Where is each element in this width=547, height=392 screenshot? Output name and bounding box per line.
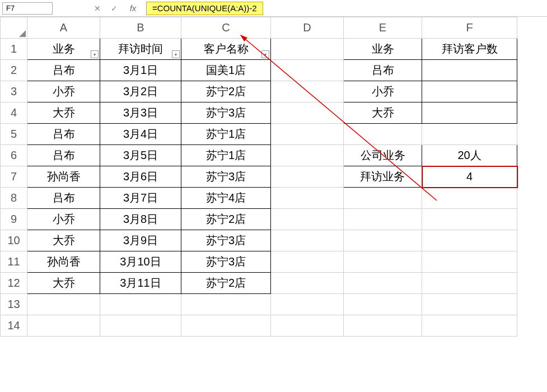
cancel-icon[interactable]: ✕ (92, 3, 103, 14)
cell-d8[interactable] (271, 188, 344, 209)
row-header-1[interactable]: 1 (1, 39, 27, 60)
cell-e6[interactable]: 公司业务 (344, 145, 422, 166)
cell-f2[interactable] (422, 60, 517, 81)
cell-b2[interactable]: 3月1日 (100, 60, 181, 81)
cell-d3[interactable] (271, 81, 344, 102)
cell-a8[interactable]: 吕布 (27, 188, 100, 209)
cell-d2[interactable] (271, 60, 344, 81)
cell-d10[interactable] (271, 230, 344, 251)
cell-b14[interactable] (100, 315, 181, 337)
filter-icon[interactable]: ▾ (91, 50, 99, 58)
cell-a6[interactable]: 吕布 (27, 145, 100, 166)
col-header-d[interactable]: D (271, 17, 344, 39)
col-header-b[interactable]: B (100, 17, 181, 39)
cell-d6[interactable] (271, 145, 344, 166)
cell-e14[interactable] (344, 315, 422, 337)
cell-d7[interactable] (271, 166, 344, 188)
cell-a12[interactable]: 大乔 (27, 273, 100, 294)
cell-e9[interactable] (344, 209, 422, 230)
cell-a9[interactable]: 小乔 (27, 209, 100, 230)
cell-c1[interactable]: 客户名称▾ (181, 39, 271, 60)
col-header-c[interactable]: C (181, 17, 271, 39)
cell-a5[interactable]: 吕布 (27, 124, 100, 145)
row-header-3[interactable]: 3 (1, 81, 27, 102)
name-box[interactable]: F7 (2, 2, 53, 15)
cell-c5[interactable]: 苏宁1店 (181, 124, 271, 145)
cell-f11[interactable] (422, 251, 517, 273)
cell-d14[interactable] (271, 315, 344, 337)
cell-f10[interactable] (422, 230, 517, 251)
cell-f7[interactable]: 4 (422, 166, 517, 188)
cell-b6[interactable]: 3月5日 (100, 145, 181, 166)
row-header-2[interactable]: 2 (1, 60, 27, 81)
cell-a13[interactable] (27, 294, 100, 315)
select-all-corner[interactable] (1, 17, 27, 39)
cell-e13[interactable] (344, 294, 422, 315)
fx-icon[interactable]: fx (130, 4, 136, 13)
cell-f6[interactable]: 20人 (422, 145, 517, 166)
cell-d4[interactable] (271, 102, 344, 124)
row-header-6[interactable]: 6 (1, 145, 27, 166)
formula-input[interactable]: =COUNTA(UNIQUE(A:A))-2 (146, 2, 263, 15)
cell-d9[interactable] (271, 209, 344, 230)
col-header-a[interactable]: A (27, 17, 100, 39)
cell-e7[interactable]: 拜访业务 (344, 166, 422, 188)
cell-e12[interactable] (344, 273, 422, 294)
cell-c8[interactable]: 苏宁4店 (181, 188, 271, 209)
cell-b8[interactable]: 3月7日 (100, 188, 181, 209)
row-header-4[interactable]: 4 (1, 102, 27, 124)
cell-d12[interactable] (271, 273, 344, 294)
cell-a4[interactable]: 大乔 (27, 102, 100, 124)
cell-f13[interactable] (422, 294, 517, 315)
row-header-9[interactable]: 9 (1, 209, 27, 230)
cell-d13[interactable] (271, 294, 344, 315)
confirm-icon[interactable]: ✓ (109, 3, 120, 14)
cell-f4[interactable] (422, 102, 517, 124)
cell-e10[interactable] (344, 230, 422, 251)
cell-c4[interactable]: 苏宁3店 (181, 102, 271, 124)
row-header-13[interactable]: 13 (1, 294, 27, 315)
cell-a11[interactable]: 孙尚香 (27, 251, 100, 273)
cell-f5[interactable] (422, 124, 517, 145)
cell-b7[interactable]: 3月6日 (100, 166, 181, 188)
cell-a7[interactable]: 孙尚香 (27, 166, 100, 188)
row-header-14[interactable]: 14 (1, 315, 27, 337)
filter-icon[interactable]: ▾ (172, 50, 180, 58)
cell-a3[interactable]: 小乔 (27, 81, 100, 102)
row-header-11[interactable]: 11 (1, 251, 27, 273)
cell-f1[interactable]: 拜访客户数 (422, 39, 517, 60)
cell-e5[interactable] (344, 124, 422, 145)
cell-b11[interactable]: 3月10日 (100, 251, 181, 273)
cell-a14[interactable] (27, 315, 100, 337)
cell-c10[interactable]: 苏宁3店 (181, 230, 271, 251)
cell-c7[interactable]: 苏宁3店 (181, 166, 271, 188)
cell-f14[interactable] (422, 315, 517, 337)
cell-f9[interactable] (422, 209, 517, 230)
cell-e1[interactable]: 业务 (344, 39, 422, 60)
cell-e8[interactable] (344, 188, 422, 209)
cell-c3[interactable]: 苏宁2店 (181, 81, 271, 102)
cell-f8[interactable] (422, 188, 517, 209)
cell-c13[interactable] (181, 294, 271, 315)
filter-icon[interactable]: ▾ (261, 50, 269, 58)
cell-c14[interactable] (181, 315, 271, 337)
cell-e4[interactable]: 大乔 (344, 102, 422, 124)
cell-a1[interactable]: 业务▾ (27, 39, 100, 60)
cell-d5[interactable] (271, 124, 344, 145)
cell-b4[interactable]: 3月3日 (100, 102, 181, 124)
cell-d11[interactable] (271, 251, 344, 273)
cell-d1[interactable] (271, 39, 344, 60)
cell-e2[interactable]: 吕布 (344, 60, 422, 81)
cell-f3[interactable] (422, 81, 517, 102)
cell-f12[interactable] (422, 273, 517, 294)
row-header-7[interactable]: 7 (1, 166, 27, 188)
cell-c11[interactable]: 苏宁3店 (181, 251, 271, 273)
cell-b1[interactable]: 拜访时间▾ (100, 39, 181, 60)
row-header-12[interactable]: 12 (1, 273, 27, 294)
cell-b12[interactable]: 3月11日 (100, 273, 181, 294)
cell-c2[interactable]: 国美1店 (181, 60, 271, 81)
row-header-8[interactable]: 8 (1, 188, 27, 209)
cell-e3[interactable]: 小乔 (344, 81, 422, 102)
col-header-e[interactable]: E (344, 17, 422, 39)
cell-c12[interactable]: 苏宁2店 (181, 273, 271, 294)
